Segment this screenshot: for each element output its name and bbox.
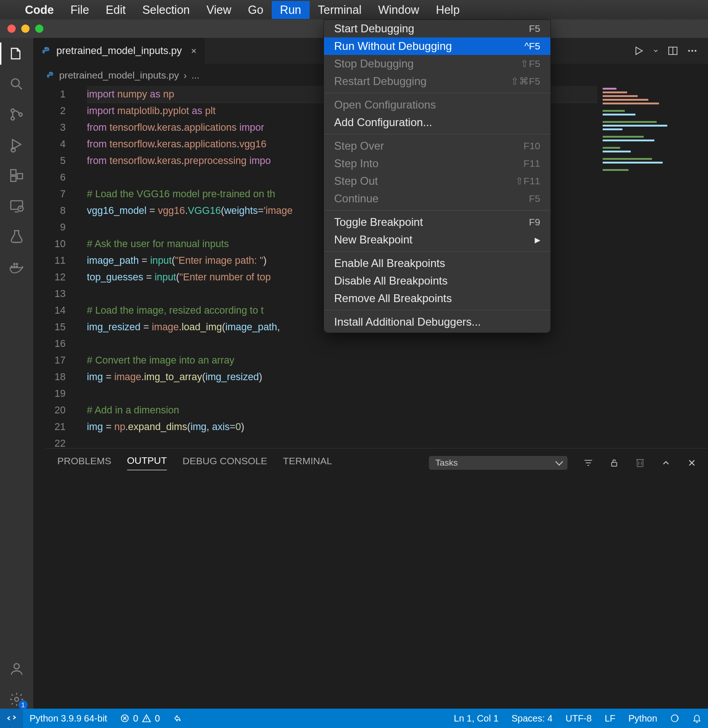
panel-close-icon[interactable] <box>687 458 697 468</box>
activity-bar: 1 <box>0 38 33 709</box>
extensions-icon[interactable] <box>7 166 26 185</box>
output-channel-dropdown[interactable]: Tasks <box>429 456 568 470</box>
bottom-panel: PROBLEMS OUTPUT DEBUG CONSOLE TERMINAL T… <box>46 448 708 709</box>
svg-point-20 <box>691 50 693 52</box>
menu-item-shortcut: F11 <box>524 158 540 169</box>
menu-item-label: Continue <box>334 192 378 205</box>
line-number: 11 <box>46 252 66 269</box>
code-line[interactable] <box>87 335 597 352</box>
line-number: 7 <box>46 186 66 202</box>
line-number: 6 <box>46 169 66 186</box>
testing-icon[interactable] <box>7 227 26 246</box>
warning-count: 0 <box>155 713 160 724</box>
menu-item-label: Install Additional Debuggers... <box>334 315 481 328</box>
status-bar: Python 3.9.9 64-bit 0 0 Ln 1, Col 1 Spac… <box>0 709 708 728</box>
code-line[interactable] <box>87 385 597 402</box>
menu-item-new-breakpoint[interactable]: New Breakpoint▶ <box>324 231 550 249</box>
traffic-minimize-icon[interactable] <box>21 24 30 33</box>
line-number: 1 <box>46 86 66 103</box>
menu-item-start-debugging[interactable]: Start DebuggingF5 <box>324 20 550 37</box>
menu-file[interactable]: File <box>62 1 98 19</box>
menu-item-add-configuration[interactable]: Add Configuration... <box>324 114 550 131</box>
minimap[interactable] <box>603 86 700 211</box>
menu-item-shortcut: ⇧⌘F5 <box>511 76 540 87</box>
svg-rect-22 <box>612 462 617 466</box>
line-number: 16 <box>46 335 66 352</box>
eol[interactable]: LF <box>598 713 622 724</box>
filter-icon[interactable] <box>583 458 593 468</box>
code-line[interactable]: img = np.expand_dims(img, axis=0) <box>87 419 597 435</box>
settings-gear-icon[interactable]: 1 <box>7 690 26 709</box>
line-number: 12 <box>46 269 66 285</box>
remote-indicator[interactable] <box>0 709 23 728</box>
menu-item-label: Enable All Breakpoints <box>334 257 445 270</box>
indentation[interactable]: Spaces: 4 <box>505 713 559 724</box>
menu-item-run-without-debugging[interactable]: Run Without Debugging^F5 <box>324 37 550 55</box>
source-control-icon[interactable] <box>7 105 26 124</box>
menu-item-shortcut: F5 <box>529 23 540 34</box>
breadcrumb-tail: ... <box>191 70 200 81</box>
problems-status[interactable]: 0 0 <box>114 713 166 724</box>
panel-tab-debug-console[interactable]: DEBUG CONSOLE <box>183 455 267 470</box>
panel-tab-problems[interactable]: PROBLEMS <box>57 455 111 470</box>
panel-tab-output[interactable]: OUTPUT <box>127 455 167 470</box>
menu-item-label: Add Configuration... <box>334 116 432 129</box>
menu-window[interactable]: Window <box>370 1 427 19</box>
menu-view[interactable]: View <box>198 1 240 19</box>
menu-item-shortcut: F9 <box>529 217 540 228</box>
live-share-icon[interactable] <box>166 714 189 723</box>
run-menu-dropdown: Start DebuggingF5Run Without Debugging^F… <box>323 19 551 333</box>
svg-rect-14 <box>16 263 18 265</box>
menu-terminal[interactable]: Terminal <box>310 1 370 19</box>
menu-help[interactable]: Help <box>427 1 468 19</box>
line-number: 5 <box>46 152 66 169</box>
accounts-icon[interactable] <box>7 660 26 678</box>
menu-item-label: Toggle Breakpoint <box>334 216 423 229</box>
menu-run[interactable]: Run <box>272 1 310 19</box>
remote-explorer-icon[interactable] <box>7 197 26 215</box>
language-mode[interactable]: Python <box>622 713 664 724</box>
cursor-position[interactable]: Ln 1, Col 1 <box>447 713 505 724</box>
docker-icon[interactable] <box>7 258 26 276</box>
line-number: 13 <box>46 285 66 302</box>
run-file-icon[interactable] <box>633 45 644 56</box>
menu-app[interactable]: Code <box>17 1 62 19</box>
code-line[interactable]: # Convert the image into an array <box>87 352 597 369</box>
menu-item-label: Stop Debugging <box>334 57 414 70</box>
traffic-close-icon[interactable] <box>7 24 16 33</box>
line-number: 9 <box>46 219 66 236</box>
menu-item-install-additional-debuggers[interactable]: Install Additional Debuggers... <box>324 313 550 331</box>
panel-tab-terminal[interactable]: TERMINAL <box>283 455 332 470</box>
run-file-dropdown-icon[interactable] <box>653 48 659 54</box>
feedback-icon[interactable] <box>664 714 686 723</box>
tab-close-icon[interactable]: × <box>191 46 197 56</box>
menu-item-remove-all-breakpoints[interactable]: Remove All Breakpoints <box>324 290 550 307</box>
traffic-zoom-icon[interactable] <box>35 24 43 33</box>
notifications-icon[interactable] <box>686 714 708 723</box>
menu-edit[interactable]: Edit <box>98 1 134 19</box>
encoding[interactable]: UTF-8 <box>559 713 598 724</box>
menu-item-label: Step Out <box>334 175 378 188</box>
svg-point-15 <box>14 664 19 669</box>
clear-output-icon[interactable] <box>635 458 645 468</box>
svg-point-2 <box>11 117 14 120</box>
panel-maximize-icon[interactable] <box>661 458 671 468</box>
code-line[interactable]: # Add in a dimension <box>87 402 597 419</box>
more-actions-icon[interactable] <box>687 45 698 56</box>
menu-item-toggle-breakpoint[interactable]: Toggle BreakpointF9 <box>324 213 550 231</box>
menu-item-shortcut: ⇧F5 <box>520 58 540 69</box>
code-line[interactable]: img = image.img_to_array(img_resized) <box>87 369 597 385</box>
explorer-icon[interactable] <box>7 44 26 63</box>
split-editor-icon[interactable] <box>667 45 678 56</box>
line-number: 15 <box>46 319 66 335</box>
menu-selection[interactable]: Selection <box>134 1 198 19</box>
search-icon[interactable] <box>7 75 26 93</box>
menu-item-disable-all-breakpoints[interactable]: Disable All Breakpoints <box>324 272 550 290</box>
svg-rect-6 <box>11 176 16 181</box>
menu-go[interactable]: Go <box>240 1 272 19</box>
menu-item-enable-all-breakpoints[interactable]: Enable All Breakpoints <box>324 255 550 272</box>
lock-scroll-icon[interactable] <box>609 458 619 468</box>
tab-file[interactable]: pretrained_model_inputs.py × <box>33 38 205 64</box>
run-debug-icon[interactable] <box>7 136 26 154</box>
python-interpreter[interactable]: Python 3.9.9 64-bit <box>23 713 114 724</box>
